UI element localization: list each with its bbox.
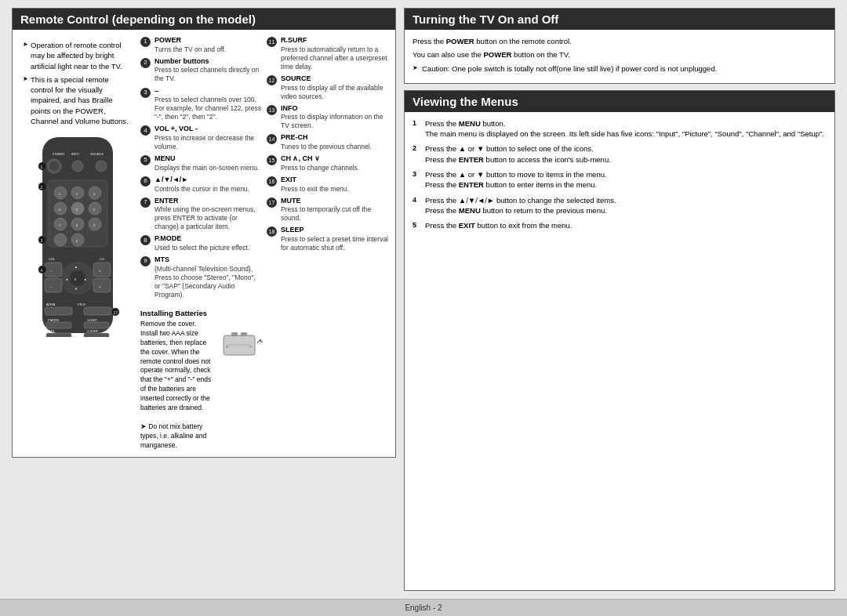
svg-point-38 <box>70 270 85 286</box>
remote-control-section: Remote Control (depending on the model) … <box>12 8 396 458</box>
svg-rect-46 <box>93 278 111 292</box>
remote-items: 1 POWER Turns the TV on and off. 2 Numbe… <box>140 36 389 451</box>
svg-text:MTS: MTS <box>48 329 55 333</box>
svg-text:∨: ∨ <box>99 284 101 288</box>
batteries-row: Remove the cover. Install two AAA size b… <box>140 320 263 450</box>
svg-text:SOURCE: SOURCE <box>90 152 104 156</box>
remote-control-header: Remote Control (depending on the model) <box>13 9 395 30</box>
turning-line-2: You can also use the POWER button on the… <box>413 49 827 60</box>
svg-text:POWER: POWER <box>53 152 64 156</box>
svg-text:4: 4 <box>41 268 43 273</box>
items-col-2: 11 R.SURF Press to automatically return … <box>267 36 389 451</box>
svg-text:▼: ▼ <box>75 287 78 291</box>
item-dash: 3 – Press to select channels over 100. F… <box>140 87 263 122</box>
svg-rect-54 <box>46 322 71 328</box>
svg-text:1: 1 <box>41 165 43 169</box>
svg-text:17: 17 <box>114 310 118 315</box>
main-content: Remote Control (depending on the model) … <box>0 0 847 599</box>
svg-text:2: 2 <box>41 185 43 190</box>
svg-text:AVRM: AVRM <box>46 303 55 306</box>
svg-text:PICH: PICH <box>78 303 85 306</box>
svg-text:3: 3 <box>41 238 43 243</box>
svg-rect-51 <box>84 307 111 315</box>
page: Remote Control (depending on the model) … <box>0 0 847 616</box>
viewing-item-5: 5 Press the EXIT button to exit from the… <box>413 220 827 231</box>
battery-svg: + – <box>220 320 263 363</box>
remote-svg: POWER INFO SOURCE <box>31 133 125 337</box>
items-col-1: 1 POWER Turns the TV on and off. 2 Numbe… <box>140 36 263 451</box>
remote-bullet-2: This is a special remote control for the… <box>23 74 130 126</box>
svg-rect-35 <box>93 263 111 277</box>
item-source: 12 SOURCE Press to display all of the av… <box>267 74 389 101</box>
batteries-note: ➤ Do not mix battery types, i.e. alkalin… <box>140 422 206 449</box>
item-sleep: 18 SLEEP Press to select a preset time i… <box>267 226 389 252</box>
item-enter: 7 ENTER While using the on-screen menus,… <box>140 197 263 232</box>
turning-line-1: Press the POWER button on the remote con… <box>413 36 827 46</box>
svg-text:SLEEP: SLEEP <box>87 318 97 322</box>
svg-text:▲: ▲ <box>75 265 78 269</box>
svg-rect-59 <box>84 333 109 337</box>
svg-rect-55 <box>84 322 109 328</box>
item-exit: 16 EXIT Press to exit the menu. <box>267 176 389 194</box>
item-ch: 15 CH ∧, CH ∨ Press to change channels. <box>267 154 389 172</box>
svg-text:►: ► <box>84 277 87 281</box>
turning-section: Turning the TV On and Off Press the POWE… <box>404 8 835 84</box>
remote-intro: Operation of remote control may be affec… <box>19 36 136 133</box>
svg-text:◄: ◄ <box>65 277 68 281</box>
item-arrows: 6 ▲/▼/◄/► Controls the cursor in the men… <box>140 176 263 194</box>
left-panel: Remote Control (depending on the model) … <box>12 8 396 591</box>
turning-header: Turning the TV On and Off <box>405 9 834 30</box>
remote-control-title: Remote Control <box>20 13 109 26</box>
footer: English - 2 <box>0 599 847 616</box>
item-pmode: 8 P.MODE Used to select the picture effe… <box>140 234 263 252</box>
svg-text:X.SURF: X.SURF <box>87 329 99 333</box>
viewing-item-3: 3 Press the ▲ or ▼ button to move to ite… <box>413 169 827 190</box>
right-panel: Turning the TV On and Off Press the POWE… <box>404 8 835 591</box>
remote-bullet-1: Operation of remote control may be affec… <box>23 40 130 71</box>
svg-text:CH: CH <box>100 257 104 261</box>
svg-rect-44 <box>45 278 62 292</box>
viewing-header: Viewing the Menus <box>405 91 834 112</box>
remote-control-subtitle: (depending on the model) <box>112 13 256 26</box>
svg-point-5 <box>49 161 59 171</box>
svg-point-6 <box>72 161 83 172</box>
item-power: 1 POWER Turns the TV on and off. <box>140 36 263 54</box>
viewing-item-2: 2 Press the ▲ or ▼ button to select one … <box>413 143 827 165</box>
item-prech: 14 PRE-CH Tunes to the previous channel. <box>267 133 389 151</box>
batteries-text: Remove the cover. Install two AAA size b… <box>140 320 211 411</box>
item-mute: 17 MUTE Press to temporarily cut off the… <box>267 197 389 223</box>
svg-rect-72 <box>231 332 238 336</box>
svg-point-27 <box>54 234 67 246</box>
installing-batteries: Installing Batteries Remove the cover. I… <box>140 309 263 450</box>
viewing-body: 1 Press the MENU button. The main menu i… <box>405 112 834 242</box>
item-info: 13 INFO Press to display information on … <box>267 104 389 131</box>
batteries-title: Installing Batteries <box>140 309 263 317</box>
svg-text:PMODE: PMODE <box>48 318 60 322</box>
remote-image-area: Operation of remote control may be affec… <box>19 36 136 451</box>
footer-text: English - 2 <box>405 603 442 612</box>
item-menu: 5 MENU Displays the main on-screen menu. <box>140 154 263 172</box>
item-rsurf: 11 R.SURF Press to automatically return … <box>267 36 389 71</box>
svg-rect-50 <box>45 307 72 315</box>
item-vol: 4 VOL +, VOL - Press to increase or decr… <box>140 125 263 151</box>
svg-rect-58 <box>46 333 71 337</box>
turning-bullet-1: Caution: One pole switch is totally not … <box>413 63 827 74</box>
item-mts: 9 MTS (Multi-channel Television Sound). … <box>140 255 263 299</box>
svg-text:E: E <box>75 277 77 281</box>
svg-text:∧: ∧ <box>99 269 101 273</box>
turning-body: Press the POWER button on the remote con… <box>405 30 834 83</box>
svg-text:VOL: VOL <box>49 257 56 261</box>
item-number-buttons: 2 Number buttons Press to select channel… <box>140 57 263 84</box>
viewing-section: Viewing the Menus 1 Press the MENU butto… <box>404 90 835 591</box>
svg-rect-33 <box>45 263 62 277</box>
viewing-item-1: 1 Press the MENU button. The main menu i… <box>413 118 827 140</box>
viewing-item-4: 4 Press the ▲/▼/◄/► button to change the… <box>413 195 827 216</box>
svg-rect-73 <box>241 332 247 336</box>
svg-point-7 <box>96 161 107 172</box>
remote-body: Operation of remote control may be affec… <box>13 30 395 457</box>
svg-text:INFO: INFO <box>71 152 79 156</box>
svg-text:+: + <box>226 344 229 349</box>
